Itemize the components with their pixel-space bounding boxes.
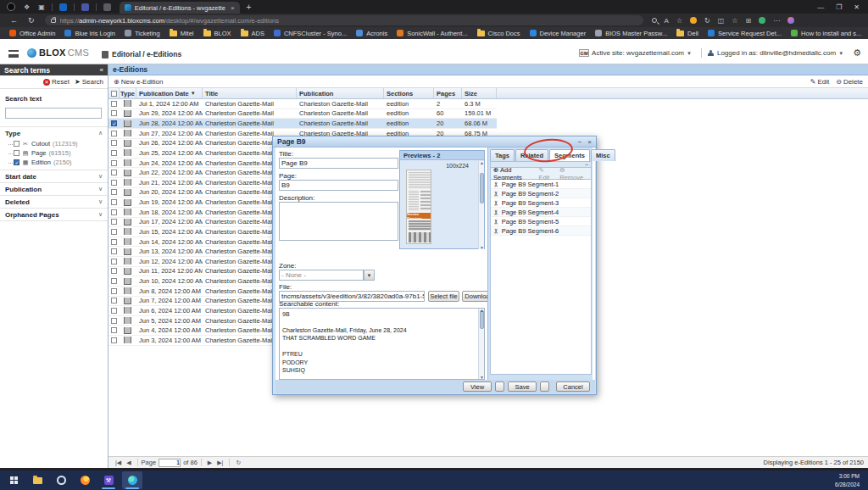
next-page-icon[interactable]: ▶ bbox=[208, 459, 212, 466]
row-checkbox[interactable] bbox=[111, 229, 117, 235]
checkbox[interactable] bbox=[14, 159, 19, 165]
copilot-icon[interactable] bbox=[787, 17, 794, 24]
refresh-list-icon[interactable]: ↻ bbox=[236, 459, 241, 466]
description-field[interactable] bbox=[279, 202, 398, 241]
type-filter-item[interactable]: ▤Page(61515) bbox=[7, 148, 108, 158]
column-size[interactable]: Size bbox=[462, 88, 497, 98]
row-checkbox[interactable] bbox=[111, 219, 117, 225]
row-checkbox[interactable] bbox=[111, 180, 117, 186]
row-checkbox[interactable] bbox=[111, 248, 117, 254]
column-publication[interactable]: Publication bbox=[297, 88, 384, 98]
column-type[interactable]: Type bbox=[120, 88, 136, 98]
searchable-scrollbar[interactable]: ▲ ▼ bbox=[478, 309, 484, 379]
checkbox[interactable] bbox=[14, 141, 19, 147]
bookmark-item[interactable]: How to install and s... bbox=[791, 30, 861, 37]
extension2-icon[interactable] bbox=[759, 17, 765, 24]
new-e-edition-button[interactable]: New e-Edition bbox=[121, 78, 164, 86]
collections-icon[interactable]: ⊞ bbox=[746, 17, 752, 25]
menu-icon[interactable] bbox=[8, 50, 19, 58]
type-section-header[interactable]: Type ∧ bbox=[0, 127, 108, 139]
row-checkbox[interactable] bbox=[111, 150, 117, 156]
bookmark-item[interactable]: Office Admin bbox=[9, 30, 55, 37]
delete-button[interactable]: ⊖Delete bbox=[836, 78, 863, 86]
row-checkbox[interactable] bbox=[111, 327, 117, 333]
row-checkbox[interactable] bbox=[111, 318, 117, 324]
collapse-sidebar-icon[interactable]: « bbox=[100, 66, 103, 74]
start-button[interactable] bbox=[3, 471, 24, 489]
row-checkbox[interactable] bbox=[111, 131, 117, 136]
firefox-button[interactable] bbox=[75, 471, 95, 489]
window-minimize-button[interactable]: — bbox=[817, 3, 824, 11]
type-filter-item[interactable]: ✂Cutout(112319) bbox=[7, 139, 108, 148]
read-aloud-icon[interactable]: A bbox=[665, 17, 669, 25]
view-dropdown-icon[interactable] bbox=[495, 381, 504, 392]
add-segments-button[interactable]: ⊕ Add Segments bbox=[493, 166, 538, 181]
sidebar-section-orphaned-pages[interactable]: Orphaned Pages∨ bbox=[0, 209, 108, 220]
column-sections[interactable]: Sections bbox=[384, 88, 434, 98]
new-tab-button[interactable]: + bbox=[247, 3, 252, 12]
bookmark-item[interactable]: Mitel bbox=[170, 30, 194, 37]
active-site-value[interactable]: wvgazettemail.com bbox=[626, 49, 684, 57]
view-button[interactable]: View bbox=[463, 381, 492, 392]
bookmark-item[interactable]: ADS bbox=[241, 30, 264, 37]
bookmark-item[interactable]: Blue Iris Login bbox=[64, 30, 115, 37]
taskbar-clock[interactable]: 3:00 PM 6/28/2024 bbox=[835, 472, 868, 487]
edge-button[interactable] bbox=[122, 471, 142, 489]
extension-icon[interactable] bbox=[690, 17, 697, 24]
reset-button[interactable]: ✕ Reset bbox=[43, 78, 70, 86]
gear-icon[interactable]: ⚙ bbox=[853, 47, 861, 58]
previews-scrollbar[interactable]: ▲ ▼ bbox=[478, 161, 484, 249]
profile-avatar-icon[interactable] bbox=[7, 3, 15, 11]
tab-tags[interactable]: Tags bbox=[490, 149, 515, 161]
edit-segment-button[interactable]: ✎ Edit bbox=[538, 166, 555, 181]
dell-app-button[interactable] bbox=[51, 471, 71, 489]
zone-dropdown-icon[interactable]: ▼ bbox=[364, 270, 375, 281]
segment-item[interactable]: ✂Page B9 Segment-4 bbox=[491, 208, 591, 217]
dialog-close-icon[interactable]: × bbox=[587, 138, 592, 146]
bookmark-item[interactable]: Dell bbox=[676, 30, 698, 37]
prev-page-icon[interactable]: ◀ bbox=[126, 459, 131, 466]
pinned-tab-teams-icon[interactable] bbox=[81, 3, 89, 11]
row-checkbox[interactable] bbox=[111, 259, 117, 264]
table-row[interactable]: Jun 29, 2024 12:00 AMCharleston Gazette-… bbox=[108, 109, 497, 120]
favorites-bar-icon[interactable]: ☆ bbox=[732, 17, 737, 25]
row-checkbox[interactable] bbox=[111, 308, 117, 314]
sync-icon[interactable]: ↻ bbox=[704, 17, 710, 25]
select-all-checkbox[interactable] bbox=[108, 88, 120, 98]
split-screen-icon[interactable]: ◫ bbox=[718, 17, 725, 25]
bookmark-item[interactable]: BIOS Master Passw... bbox=[595, 30, 667, 37]
file-explorer-button[interactable] bbox=[27, 471, 47, 489]
tab-actions-icon[interactable]: ▣ bbox=[38, 3, 45, 11]
column-publication-date[interactable]: Publication Date ▼ bbox=[136, 88, 203, 98]
bookmark-item[interactable]: Acronis bbox=[356, 30, 387, 37]
first-page-icon[interactable]: |◀ bbox=[115, 459, 121, 466]
column-title[interactable]: Title bbox=[203, 88, 297, 98]
address-bar[interactable]: https://admin-newyork1.bloxcms.com/deskt… bbox=[45, 15, 643, 25]
bookmark-item[interactable]: SonicWall - Authent... bbox=[397, 30, 467, 37]
row-checkbox[interactable] bbox=[111, 278, 117, 284]
save-button[interactable]: Save bbox=[508, 381, 537, 392]
table-row[interactable]: Jul 1, 2024 12:00 AMCharleston Gazette-M… bbox=[108, 99, 497, 109]
favorite-star-icon[interactable]: ☆ bbox=[676, 17, 682, 25]
active-tab[interactable]: Editorial / e-Editions - wvgazette × bbox=[120, 2, 240, 14]
segment-item[interactable]: ✂Page B9 Segment-6 bbox=[491, 226, 591, 236]
row-checkbox[interactable] bbox=[111, 199, 117, 205]
checkbox[interactable] bbox=[14, 150, 19, 156]
bookmark-item[interactable]: Service Request Det... bbox=[708, 30, 782, 37]
row-checkbox[interactable] bbox=[111, 140, 117, 146]
searchable-content-field[interactable]: 9B Charleston Gazette-Mail, Friday, June… bbox=[279, 308, 485, 380]
blox-logo[interactable]: BLOX CMS bbox=[27, 47, 89, 58]
remove-segment-button[interactable]: ⊖ Remove bbox=[559, 166, 588, 181]
bookmark-item[interactable]: BLOX bbox=[203, 30, 231, 37]
more-menu-icon[interactable]: ⋯ bbox=[773, 17, 780, 25]
row-checkbox[interactable] bbox=[111, 239, 117, 245]
tab-misc[interactable]: Misc bbox=[591, 149, 615, 161]
back-button[interactable]: ← bbox=[10, 16, 18, 25]
logged-in-user[interactable]: dlinville@hdmediallc.com bbox=[760, 49, 836, 57]
row-checkbox[interactable] bbox=[111, 101, 117, 107]
segment-item[interactable]: ✂Page B9 Segment-3 bbox=[491, 198, 591, 208]
row-checkbox[interactable] bbox=[111, 268, 117, 274]
zone-select[interactable]: - None - bbox=[279, 270, 364, 281]
sidebar-section-publication[interactable]: Publication∨ bbox=[0, 183, 108, 195]
edit-button[interactable]: ✎Edit bbox=[810, 78, 830, 86]
